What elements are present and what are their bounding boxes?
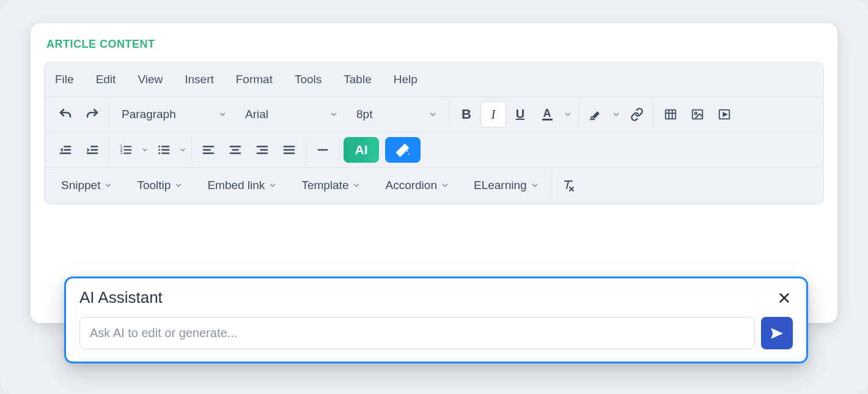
ordered-list-icon: 123 [119,143,133,157]
chevron-down-icon [104,181,112,190]
font-family-select[interactable]: Arial [237,102,347,127]
align-right-icon [256,143,269,157]
horizontal-rule-button[interactable] [310,137,336,163]
menu-table[interactable]: Table [340,68,375,91]
insert-image-button[interactable] [685,102,710,127]
tooltip-dropdown[interactable]: Tooltip [128,173,191,198]
align-left-icon [202,143,215,157]
ai-assistant-title: AI Assistant [79,288,163,307]
svg-marker-8 [723,113,727,116]
close-icon [778,291,791,305]
ai-assistant-panel: AI Assistant [64,277,808,363]
text-color-icon: A [542,108,553,121]
ai-assistant-close-button[interactable] [776,289,793,307]
menu-edit[interactable]: Edit [92,68,120,91]
accordion-dropdown[interactable]: Accordion [377,173,458,198]
block-format-select[interactable]: Paragraph [113,102,235,127]
snippet-dropdown[interactable]: Snippet [53,173,121,198]
chevron-down-icon [218,110,227,119]
undo-icon [58,107,73,122]
clear-formatting-icon [561,178,576,193]
bold-button[interactable]: B [454,102,479,127]
outdent-icon [59,143,72,157]
text-color-button[interactable]: A [534,102,560,127]
italic-button[interactable]: I [480,102,506,127]
redo-icon [85,107,100,122]
chevron-down-icon [441,181,449,190]
chevron-down-icon [174,181,183,190]
menu-view[interactable]: View [134,68,166,91]
chevron-down-icon [352,181,361,190]
svg-point-26 [158,152,160,154]
insert-table-button[interactable] [658,102,683,127]
align-center-button[interactable] [223,137,248,163]
undo-button[interactable] [53,102,78,127]
ai-button[interactable]: AI [344,137,379,163]
align-justify-icon [282,143,296,157]
clear-formatting-button[interactable] [556,173,581,198]
chevron-down-icon[interactable] [140,146,150,154]
tooltip-label: Tooltip [137,179,171,192]
template-dropdown[interactable]: Template [293,173,369,198]
align-center-icon [229,143,242,157]
table-icon [664,108,677,121]
rich-text-editor: File Edit View Insert Format Tools Table… [44,62,824,204]
template-label: Template [301,179,348,192]
bullet-list-icon [157,143,171,157]
image-icon [691,108,704,121]
menu-insert[interactable]: Insert [181,68,218,91]
svg-point-24 [158,146,160,147]
svg-rect-0 [590,119,595,120]
svg-point-25 [158,149,160,151]
font-size-label: 8pt [356,108,372,121]
editor-menubar: File Edit View Insert Format Tools Table… [45,63,823,97]
ai-assistant-input[interactable] [79,317,755,349]
redo-button[interactable] [79,102,105,127]
menu-help[interactable]: Help [390,68,421,91]
magic-wand-icon [395,142,411,158]
elearning-label: ELearning [474,179,527,192]
menu-format[interactable]: Format [232,68,276,91]
chevron-down-icon[interactable] [561,110,575,119]
embed-link-dropdown[interactable]: Embed link [199,173,285,198]
insert-media-button[interactable] [712,102,737,127]
align-right-button[interactable] [249,137,275,163]
embed-link-label: Embed link [207,179,265,192]
editor-toolbar-row-2: 123 [45,132,823,168]
svg-point-6 [694,112,697,114]
svg-point-41 [408,153,410,154]
horizontal-rule-icon [316,143,329,157]
bullet-list-button[interactable] [151,137,177,163]
font-family-label: Arial [245,108,268,121]
editor-toolbar-row-3: Snippet Tooltip Embed link Template [45,168,823,203]
align-left-button[interactable] [196,137,221,163]
chevron-down-icon [531,181,539,190]
chevron-down-icon[interactable] [609,110,623,119]
ai-magic-button[interactable] [385,137,421,163]
section-title: ARTICLE CONTENT [46,38,822,51]
align-justify-button[interactable] [276,137,302,163]
svg-text:3: 3 [120,151,123,155]
chevron-down-icon [428,110,437,119]
editor-toolbar-row-1: Paragraph Arial 8pt B I U [45,97,823,132]
ai-button-label: AI [355,143,368,157]
snippet-label: Snippet [61,179,100,192]
indent-button[interactable] [79,137,105,163]
highlighter-icon [589,108,602,121]
highlight-button[interactable] [583,102,608,127]
link-icon [630,108,644,121]
chevron-down-icon[interactable] [178,146,188,154]
font-size-select[interactable]: 8pt [348,102,446,127]
outdent-button[interactable] [53,137,78,163]
block-format-label: Paragraph [122,108,176,121]
chevron-down-icon [329,110,338,119]
underline-button[interactable]: U [507,102,533,127]
indent-icon [86,143,99,157]
elearning-dropdown[interactable]: ELearning [465,173,548,198]
ai-assistant-send-button[interactable] [761,317,793,349]
menu-tools[interactable]: Tools [291,68,325,91]
numbered-list-button[interactable]: 123 [113,137,139,163]
link-button[interactable] [624,102,650,127]
menu-file[interactable]: File [51,68,78,91]
send-icon [770,326,784,341]
